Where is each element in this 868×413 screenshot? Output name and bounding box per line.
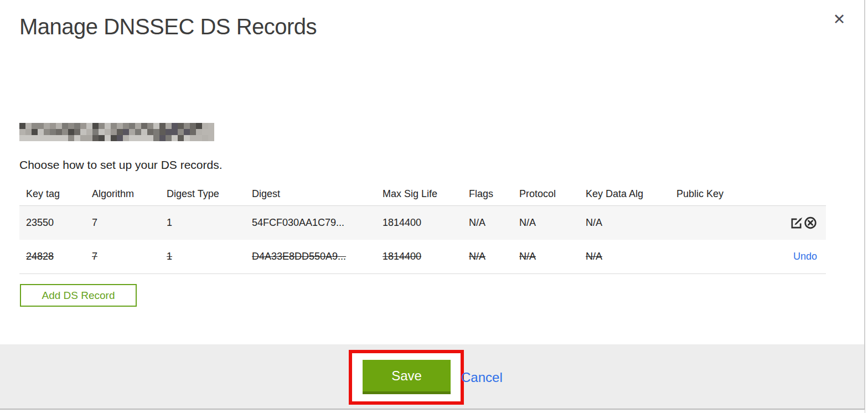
cell-protocol: N/A: [513, 217, 579, 229]
cell-digest-type: 1: [160, 217, 245, 229]
instruction-text: Choose how to set up your DS records.: [19, 158, 223, 172]
table-row: 23550 7 1 54FCF030AA1C79... 1814400 N/A …: [19, 206, 826, 240]
cancel-link[interactable]: Cancel: [461, 370, 503, 385]
row-actions: Undo: [781, 251, 826, 262]
cell-max-sig-life: 1814400: [376, 251, 462, 262]
cell-digest: 54FCF030AA1C79...: [245, 217, 376, 229]
cell-max-sig-life: 1814400: [376, 217, 462, 229]
cell-algorithm: 7: [85, 217, 160, 229]
table-row-deleted: 24828 7 1 D4A33E8DD550A9... 1814400 N/A …: [19, 240, 826, 274]
col-header-digest: Digest: [245, 188, 376, 200]
close-icon[interactable]: ✕: [830, 10, 849, 29]
ds-records-table: Key tag Algorithm Digest Type Digest Max…: [19, 183, 826, 274]
cell-flags: N/A: [462, 217, 513, 229]
cell-digest-type: 1: [160, 251, 245, 262]
add-ds-record-button[interactable]: Add DS Record: [20, 284, 137, 307]
edit-record-icon[interactable]: [789, 216, 803, 230]
cell-digest: D4A33E8DD550A9...: [245, 251, 376, 262]
cell-protocol: N/A: [513, 251, 579, 262]
page-title: Manage DNSSEC DS Records: [19, 14, 317, 39]
col-header-protocol: Protocol: [513, 188, 579, 200]
col-header-max-sig-life: Max Sig Life: [376, 188, 462, 200]
cell-key-data-alg: N/A: [579, 217, 670, 229]
delete-record-icon[interactable]: [804, 216, 817, 230]
cell-algorithm: 7: [85, 251, 160, 262]
window-bottom-strip: [0, 410, 865, 413]
table-header-row: Key tag Algorithm Digest Type Digest Max…: [19, 183, 826, 206]
window-right-border: [864, 0, 865, 413]
cell-key-data-alg: N/A: [579, 251, 670, 262]
col-header-key-tag: Key tag: [19, 188, 85, 200]
undo-link[interactable]: Undo: [793, 251, 817, 262]
cell-flags: N/A: [462, 251, 513, 262]
col-header-algorithm: Algorithm: [85, 188, 160, 200]
redacted-domain-name: [19, 123, 214, 141]
col-header-key-data-alg: Key Data Alg: [579, 188, 670, 200]
cell-key-tag: 24828: [19, 251, 85, 262]
col-header-digest-type: Digest Type: [160, 188, 245, 200]
row-actions: [781, 216, 826, 230]
dnssec-dialog: Manage DNSSEC DS Records ✕ Choose how to…: [0, 0, 868, 413]
col-header-public-key: Public Key: [670, 188, 781, 200]
cell-key-tag: 23550: [19, 217, 85, 229]
save-button[interactable]: Save: [363, 360, 451, 394]
col-header-flags: Flags: [462, 188, 513, 200]
